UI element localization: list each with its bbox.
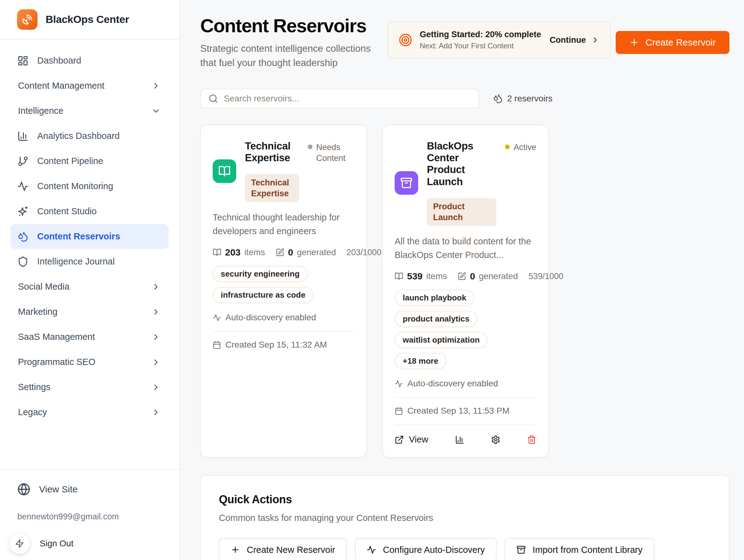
chevron-right-icon	[151, 408, 160, 417]
sidebar-group-social-media[interactable]: Social Media	[0, 274, 179, 299]
sidebar-item-content-reservoirs[interactable]: Content Reservoirs	[10, 224, 169, 249]
sidebar-item-label: Intelligence Journal	[37, 256, 115, 267]
auto-discovery-label: Auto-discovery enabled	[407, 379, 498, 388]
auto-discovery-row: Auto-discovery enabled	[213, 312, 354, 323]
view-site-link[interactable]: View Site	[17, 483, 167, 496]
sidebar-item-content-studio[interactable]: Content Studio	[10, 199, 169, 224]
sidebar-group-label: Intelligence	[18, 106, 64, 116]
generated-stat: 0 generated	[457, 271, 518, 282]
status-label: Needs Content	[316, 142, 354, 202]
book-open-icon	[213, 159, 236, 183]
search-input[interactable]	[224, 94, 471, 104]
bar-chart-icon	[455, 435, 464, 444]
droplets-icon	[17, 231, 29, 242]
archive-icon	[516, 545, 526, 554]
quota-label: 203/1000	[346, 248, 382, 257]
continue-button[interactable]: Continue	[550, 35, 600, 45]
chevron-right-icon	[151, 282, 160, 292]
bar-chart-icon	[17, 130, 29, 142]
tag-pill: product analytics	[395, 311, 477, 327]
sidebar-item-dashboard[interactable]: Dashboard	[0, 48, 179, 73]
settings-button[interactable]	[491, 435, 500, 444]
shield-icon	[17, 256, 29, 267]
analytics-button[interactable]	[455, 435, 464, 444]
reservoir-grid: Technical Expertise Technical Expertise …	[200, 125, 730, 458]
button-label: Create New Reservoir	[247, 545, 335, 555]
reservoir-card-technical-expertise: Technical Expertise Technical Expertise …	[200, 125, 367, 458]
page-title: Content Reservoirs	[200, 15, 387, 37]
button-label: Configure Auto-Discovery	[383, 545, 485, 555]
sidebar-item-label: Content Reservoirs	[37, 231, 120, 241]
tag-pill: infrastructure as code	[213, 287, 313, 303]
status-dot	[308, 145, 312, 149]
tag-list: security engineering infrastructure as c…	[213, 266, 354, 303]
sidebar-group-programmatic-seo[interactable]: Programmatic SEO	[0, 349, 179, 375]
sidebar-item-label: Analytics Dashboard	[37, 131, 120, 141]
external-link-icon	[395, 435, 404, 444]
chevron-right-icon	[151, 358, 160, 367]
activity-icon	[17, 181, 29, 192]
sidebar-item-analytics-dashboard[interactable]: Analytics Dashboard	[10, 123, 169, 149]
sidebar-item-intelligence-journal[interactable]: Intelligence Journal	[10, 249, 169, 274]
view-site-label: View Site	[39, 484, 78, 494]
items-count: 203	[225, 247, 240, 258]
configure-auto-discovery-button[interactable]: Configure Auto-Discovery	[355, 538, 497, 560]
reservoir-description: Technical thought leadership for develop…	[213, 211, 354, 238]
sidebar-item-content-pipeline[interactable]: Content Pipeline	[10, 149, 169, 174]
delete-button[interactable]	[527, 435, 536, 444]
sidebar-group-intelligence[interactable]: Intelligence	[0, 98, 179, 123]
generated-unit: generated	[479, 271, 518, 281]
plus-icon	[231, 545, 240, 554]
tag-pill-more[interactable]: +18 more	[395, 353, 446, 369]
create-reservoir-label: Create Reservoir	[645, 37, 716, 48]
calendar-icon	[213, 341, 221, 349]
main-content: Content Reservoirs Strategic content int…	[180, 0, 744, 560]
category-badge: Technical Expertise	[245, 174, 299, 202]
create-new-reservoir-button[interactable]: Create New Reservoir	[219, 538, 347, 560]
app-title: BlackOps Center	[45, 13, 129, 26]
view-button[interactable]: View	[395, 435, 428, 445]
reservoir-card-product-launch: BlackOps Center Product Launch Product L…	[382, 125, 549, 458]
sidebar-group-content-management[interactable]: Content Management	[0, 73, 179, 98]
import-from-content-library-button[interactable]: Import from Content Library	[505, 538, 655, 560]
activity-icon	[395, 379, 403, 388]
gear-icon	[491, 435, 500, 444]
generated-stat: 0 generated	[275, 247, 336, 258]
create-reservoir-button[interactable]: Create Reservoir	[616, 31, 730, 54]
tag-list: launch playbook product analytics waitli…	[395, 290, 536, 369]
status-label: Active	[513, 142, 536, 226]
sign-out-button[interactable]: Sign Out	[9, 533, 167, 554]
sidebar-item-content-monitoring[interactable]: Content Monitoring	[10, 174, 169, 199]
archive-icon	[395, 171, 418, 195]
sidebar-group-settings[interactable]: Settings	[0, 375, 179, 400]
sidebar-group-label: Content Management	[18, 81, 105, 91]
getting-started-banner: Getting Started: 20% complete Next: Add …	[387, 22, 611, 58]
status-badge: Active	[505, 142, 536, 226]
sidebar-group-saas-management[interactable]: SaaS Management	[0, 324, 179, 349]
status-badge: Needs Content	[308, 142, 354, 202]
divider	[395, 397, 536, 398]
chevron-right-icon	[151, 383, 160, 392]
sidebar-group-label: Settings	[18, 382, 50, 392]
activity-icon	[213, 313, 221, 322]
continue-label: Continue	[550, 35, 586, 45]
avatar	[9, 533, 30, 554]
quick-actions-subtitle: Common tasks for managing your Content R…	[219, 513, 711, 523]
getting-started-next-step: Next: Add Your First Content	[420, 42, 541, 50]
quick-actions-title: Quick Actions	[219, 493, 711, 506]
droplets-icon	[493, 94, 503, 104]
app-logo-satellite-icon	[17, 9, 38, 30]
trash-icon	[527, 435, 536, 444]
getting-started-title: Getting Started: 20% complete	[420, 30, 541, 39]
sidebar-group-label: SaaS Management	[18, 332, 95, 342]
page-header: Content Reservoirs Strategic content int…	[200, 15, 730, 70]
toolbar: 2 reservoirs	[200, 89, 730, 109]
divider	[213, 331, 354, 332]
generated-count: 0	[470, 271, 475, 282]
sidebar-group-label: Social Media	[18, 282, 69, 292]
sidebar-group-legacy[interactable]: Legacy	[0, 400, 179, 425]
chevron-right-icon	[151, 307, 160, 316]
items-stat: 203 items	[213, 247, 265, 258]
sidebar-group-marketing[interactable]: Marketing	[0, 299, 179, 324]
status-dot	[505, 145, 510, 149]
